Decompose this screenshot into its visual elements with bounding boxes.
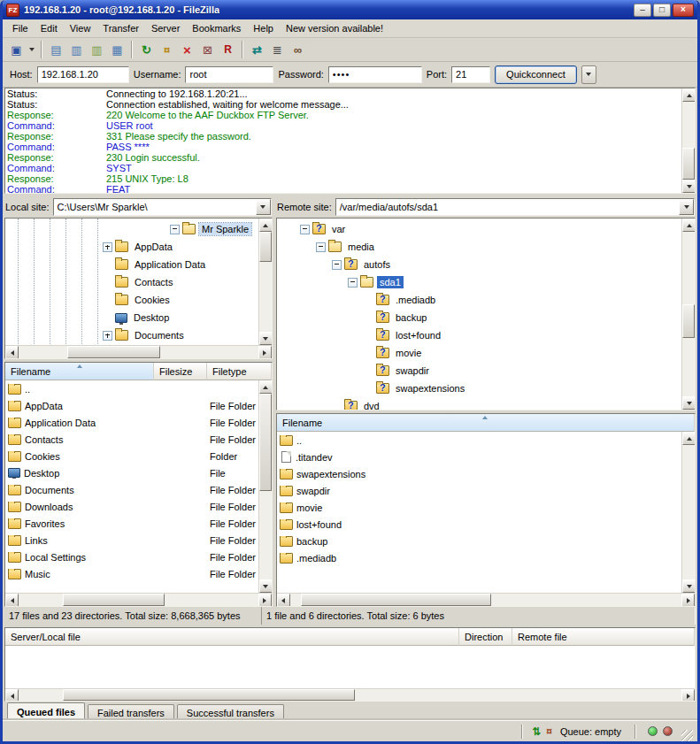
tree-item-mr-sparkle[interactable]: Mr Sparkle — [5, 220, 258, 238]
menu-server[interactable]: Server — [145, 21, 186, 35]
column-header-filename[interactable]: Filename — [277, 414, 695, 432]
file-row[interactable]: AppData File Folder — [5, 397, 258, 414]
scroll-thumb[interactable] — [259, 232, 272, 262]
file-row[interactable]: .. — [5, 380, 258, 397]
menu-view[interactable]: View — [64, 21, 97, 35]
collapse-icon[interactable] — [332, 260, 342, 270]
file-row[interactable]: .. — [277, 432, 681, 449]
file-row[interactable]: movie — [277, 499, 681, 516]
column-header-filename[interactable]: Filename — [5, 363, 154, 380]
quickconnect-dropdown[interactable] — [581, 65, 596, 84]
combo-dropdown-button[interactable] — [256, 199, 271, 215]
scroll-track[interactable] — [682, 232, 695, 396]
local-site-combo[interactable]: C:\Users\Mr Sparkle\ — [53, 198, 272, 216]
key-icon[interactable]: ¤ — [546, 726, 552, 737]
collapse-icon[interactable] — [348, 278, 358, 288]
scroll-thumb[interactable] — [63, 689, 355, 701]
tree-item-contacts[interactable]: Contacts — [5, 273, 258, 291]
file-row[interactable]: Documents File Folder — [5, 481, 258, 498]
reconnect-icon[interactable]: R — [218, 40, 238, 59]
directory-listing-icon[interactable]: ≣ — [267, 40, 288, 59]
column-header-filetype[interactable]: Filetype — [207, 363, 272, 380]
scroll-thumb[interactable] — [259, 394, 272, 491]
quickconnect-button[interactable]: Quickconnect — [495, 65, 577, 84]
username-input[interactable] — [185, 66, 273, 83]
file-row[interactable]: Local Settings File Folder — [5, 548, 258, 565]
remote-tree-toggle-icon[interactable]: ▥ — [87, 40, 107, 59]
tab-queued-files[interactable]: Queued files — [7, 702, 85, 720]
tab-successful-transfers[interactable]: Successful transfers — [177, 704, 284, 720]
tree-item-dvd[interactable]: dvd — [277, 397, 681, 410]
scroll-right-button[interactable] — [258, 346, 272, 359]
expand-icon[interactable] — [103, 331, 112, 341]
collapse-icon[interactable] — [170, 225, 180, 234]
maximize-button[interactable]: □ — [653, 4, 671, 17]
tree-item-cookies[interactable]: Cookies — [5, 291, 258, 309]
file-row[interactable]: Cookies Folder — [5, 448, 258, 464]
tree-item-var[interactable]: var — [277, 220, 681, 238]
scroll-left-button[interactable] — [5, 594, 19, 607]
scroll-track[interactable] — [290, 594, 681, 606]
tree-item-downloads[interactable]: Downloads — [5, 344, 258, 345]
log-scrollbar[interactable] — [681, 88, 695, 193]
scroll-thumb[interactable] — [301, 594, 491, 606]
tree-item-backup[interactable]: backup — [277, 309, 681, 326]
scroll-right-button[interactable] — [258, 594, 272, 607]
menu-new-version[interactable]: New version available! — [280, 21, 389, 35]
file-row[interactable]: swapextensions — [277, 465, 681, 482]
scroll-up-button[interactable] — [682, 432, 695, 445]
tree-item-sda1[interactable]: sda1 — [277, 273, 681, 291]
collapse-icon[interactable] — [300, 225, 310, 234]
expand-icon[interactable] — [103, 242, 112, 252]
scroll-down-button[interactable] — [682, 579, 695, 593]
tree-item-swapextensions[interactable]: swapextensions — [277, 380, 681, 397]
queue-hscrollbar[interactable] — [5, 688, 695, 701]
file-row[interactable]: backup — [277, 533, 681, 549]
process-queue-icon[interactable]: ¤ — [157, 40, 177, 59]
file-row[interactable]: Favorites File Folder — [5, 515, 258, 532]
tree-item-appdata[interactable]: AppData — [5, 238, 258, 256]
tree-item-media[interactable]: media — [277, 238, 681, 256]
file-row[interactable]: lost+found — [277, 516, 681, 533]
local-tree-scrollbar[interactable] — [258, 219, 272, 345]
password-input[interactable] — [328, 66, 422, 83]
minimize-button[interactable]: – — [634, 4, 651, 17]
remote-list-scrollbar[interactable] — [681, 432, 695, 593]
scroll-down-button[interactable] — [682, 180, 696, 193]
search-icon[interactable]: ∞ — [288, 40, 308, 59]
scroll-down-button[interactable] — [259, 332, 272, 345]
scroll-track[interactable] — [19, 689, 681, 701]
titlebar[interactable]: FZ 192.168.1.20 - root@192.168.1.20 - Fi… — [3, 0, 697, 19]
menu-edit[interactable]: Edit — [35, 21, 64, 35]
scroll-track[interactable] — [682, 445, 695, 579]
tree-item-mediadb[interactable]: .mediadb — [277, 291, 681, 309]
scroll-thumb[interactable] — [63, 594, 165, 606]
menu-bookmarks[interactable]: Bookmarks — [186, 21, 247, 35]
tree-item-documents[interactable]: Documents — [5, 326, 258, 344]
local-list-hscrollbar[interactable] — [5, 593, 272, 606]
scroll-down-button[interactable] — [259, 579, 272, 593]
scroll-track[interactable] — [19, 594, 258, 606]
scroll-up-button[interactable] — [682, 219, 695, 232]
file-row[interactable]: Links File Folder — [5, 532, 258, 548]
scroll-thumb[interactable] — [67, 346, 160, 358]
local-list-scrollbar[interactable] — [258, 380, 272, 593]
scroll-left-button[interactable] — [277, 594, 290, 607]
tree-item-movie[interactable]: movie — [277, 344, 681, 362]
scroll-left-button[interactable] — [5, 346, 19, 359]
combo-dropdown-button[interactable] — [679, 199, 694, 215]
menu-transfer[interactable]: Transfer — [96, 21, 145, 35]
file-row[interactable]: swapdir — [277, 482, 681, 499]
column-header-direction[interactable]: Direction — [459, 628, 512, 646]
disconnect-icon[interactable]: ⊠ — [197, 40, 218, 59]
local-tree-hscrollbar[interactable] — [5, 345, 272, 358]
scroll-thumb[interactable] — [682, 148, 695, 180]
local-tree-toggle-icon[interactable]: ▥ — [66, 40, 87, 59]
column-header-filesize[interactable]: Filesize — [154, 363, 207, 380]
port-input[interactable] — [451, 66, 490, 83]
tree-item-swapdir[interactable]: swapdir — [277, 362, 681, 380]
synchronized-browsing-icon[interactable]: ⇄ — [247, 40, 267, 59]
file-row[interactable]: Desktop File — [5, 464, 258, 481]
tree-item-desktop[interactable]: Desktop — [5, 309, 258, 326]
speed-limits-icon[interactable]: ⇅ — [532, 726, 541, 737]
